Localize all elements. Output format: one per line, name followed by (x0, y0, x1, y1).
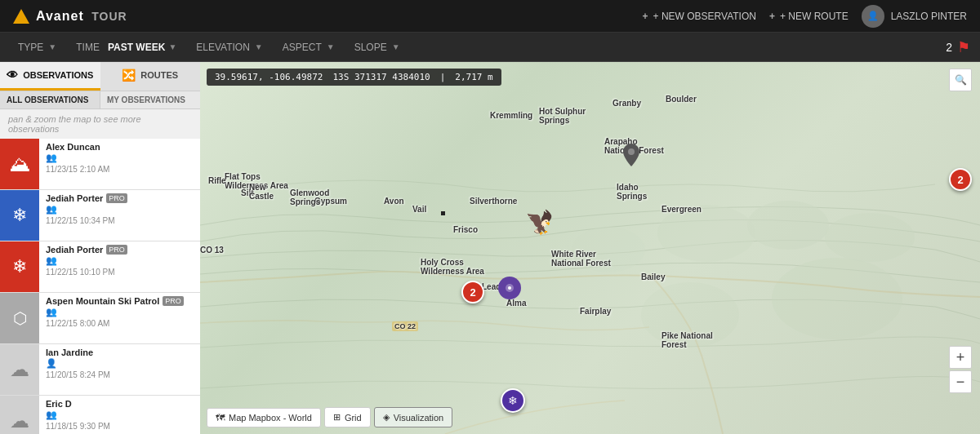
list-item[interactable]: ☁ Eric D 👥 11/18/15 9:30 PM (0, 396, 200, 434)
group-icon: 👥 (46, 410, 57, 420)
avatar: 👤 (862, 5, 884, 28)
zoom-out-button[interactable]: − (949, 370, 972, 393)
zoom-controls: + − (949, 346, 972, 393)
snowflake-marker-icon: ❄ (501, 388, 525, 413)
cloud-icon: ☁ (10, 410, 29, 432)
tab-observations[interactable]: 👁 OBSERVATIONS (0, 62, 100, 91)
aspect-filter-button[interactable]: ASPECT ▼ (274, 38, 343, 56)
eye-icon: 👁 (7, 69, 18, 82)
list-item[interactable]: ❄ Jediah Porter PRO 👥 11/22/15 10:10 PM (0, 241, 200, 293)
observations-list: ⛰ Alex Duncan 👥 11/23/15 2:10 AM ❄ (0, 139, 200, 434)
avalanche-icon: ⛰ (9, 152, 30, 177)
tab-my-observations[interactable]: MY OBSERVATIONS (100, 91, 200, 108)
logo-area: Avanet TOUR (0, 9, 163, 24)
chevron-down-icon: ▼ (255, 42, 263, 51)
search-icon: 🔍 (955, 74, 967, 86)
list-item[interactable]: ☁ Ian Jardine 👤 11/20/15 8:24 PM (0, 344, 200, 396)
map-grid-button[interactable]: ⊞ Grid (324, 407, 371, 427)
chevron-down-icon: ▼ (392, 42, 400, 51)
obs-type-icon: ⛰ (0, 139, 39, 189)
main-content: 👁 OBSERVATIONS 🔀 ROUTES ALL OBSERVATIONS… (0, 62, 980, 434)
marker-snowflake-aspen[interactable]: ❄ (501, 388, 525, 413)
plus-icon: + (643, 11, 648, 22)
obs-type-icon: ❄ (0, 190, 39, 241)
visualization-icon: ◈ (383, 412, 390, 423)
filter-toolbar: TYPE ▼ TIME PAST WEEK ▼ ELEVATION ▼ ASPE… (0, 33, 980, 62)
coordinates-bar: 39.59617, -106.49872 13S 371317 4384010 … (207, 69, 501, 86)
slope-filter-button[interactable]: SLOPE ▼ (346, 38, 408, 56)
sub-tabs: ALL OBSERVATIONS MY OBSERVATIONS (0, 91, 200, 109)
app-subtitle: TOUR (91, 10, 127, 23)
list-item[interactable]: ⛰ Alex Duncan 👥 11/23/15 2:10 AM (0, 139, 200, 190)
new-observation-button[interactable]: + + NEW OBSERVATION (643, 11, 756, 22)
chevron-down-icon: ▼ (327, 42, 335, 51)
flag-count: 2 (946, 41, 952, 54)
sidebar-tabs: 👁 OBSERVATIONS 🔀 ROUTES (0, 62, 200, 91)
snowpit-icon: ⬡ (13, 308, 27, 328)
new-route-button[interactable]: + + NEW ROUTE (769, 11, 849, 22)
obs-type-icon: ☁ (0, 396, 39, 434)
marker-purple-pin[interactable] (498, 277, 521, 299)
tab-all-observations[interactable]: ALL OBSERVATIONS (0, 91, 100, 108)
utm-coords: 13S 371317 4384010 (332, 72, 430, 82)
snowflake-icon: ❄ (12, 205, 27, 226)
group-icon: 👥 (46, 153, 57, 163)
sidebar: 👁 OBSERVATIONS 🔀 ROUTES ALL OBSERVATIONS… (0, 62, 200, 434)
grey-pin-icon (623, 144, 639, 166)
chevron-down-icon: ▼ (168, 42, 176, 51)
flag-area: 2 ⚑ (946, 38, 970, 56)
svg-point-8 (508, 286, 511, 290)
obs-type-icon: ☁ (0, 344, 39, 395)
flag-icon: ⚑ (957, 38, 970, 56)
logo-triangle-icon (13, 9, 29, 24)
map-bottom-toolbar: 🗺 Map Mapbox - World ⊞ Grid ◈ Visualizat… (207, 407, 452, 427)
map-area[interactable]: 39.59617, -106.49872 13S 371317 4384010 … (200, 62, 980, 434)
snowflake-icon: ❄ (12, 256, 27, 277)
lat-lon: 39.59617, -106.49872 (215, 72, 323, 82)
elevation-value: 2,717 m (455, 72, 492, 82)
list-item[interactable]: ⬡ Aspen Mountain Ski Patrol PRO 👥 11/22/… (0, 293, 200, 344)
map-search-button[interactable]: 🔍 (949, 69, 972, 91)
obs-type-icon: ⬡ (0, 293, 39, 343)
obs-type-icon: ❄ (0, 241, 39, 292)
group-icon: 👥 (46, 255, 57, 266)
map-background (200, 62, 980, 434)
user-area: 👤 LASZLO PINTER (862, 5, 967, 28)
zoom-in-button[interactable]: + (949, 346, 972, 369)
type-filter-button[interactable]: TYPE ▼ (10, 38, 65, 56)
list-item[interactable]: ❄ Jediah Porter PRO 👥 11/22/15 10:34 PM (0, 190, 200, 241)
bird-icon: 🦅 (525, 209, 554, 236)
cloud-icon: ☁ (10, 358, 29, 381)
group-icon: 👥 (46, 204, 57, 215)
plus-icon: + (769, 11, 775, 22)
marker-grey-pin[interactable] (623, 144, 639, 169)
marker-cluster-right[interactable]: 2 (949, 168, 972, 191)
tab-routes[interactable]: 🔀 ROUTES (100, 62, 201, 91)
group-icon: 👥 (46, 307, 57, 317)
time-filter-button[interactable]: TIME PAST WEEK ▼ (68, 38, 185, 56)
map-visualization-button[interactable]: ◈ Visualization (374, 407, 453, 427)
purple-pin-icon (498, 277, 521, 299)
routes-icon: 🔀 (122, 69, 136, 82)
map-icon: 🗺 (216, 413, 225, 423)
map-basemap-button[interactable]: 🗺 Map Mapbox - World (207, 408, 321, 427)
grid-icon: ⊞ (333, 412, 341, 423)
app-header: Avanet TOUR + + NEW OBSERVATION + + NEW … (0, 0, 980, 33)
marker-bird[interactable]: 🦅 (525, 209, 554, 236)
marker-cluster-holy-cross[interactable]: 2 (461, 281, 484, 303)
pan-hint: pan & zoom the map to see more observati… (0, 109, 200, 139)
app-name: Avanet TOUR (36, 9, 127, 24)
cluster-count-right: 2 (949, 168, 972, 191)
elevation-display: | (440, 72, 446, 82)
cluster-count: 2 (461, 281, 484, 303)
chevron-down-icon: ▼ (48, 42, 56, 51)
user-name: LASZLO PINTER (891, 11, 967, 22)
header-actions: + + NEW OBSERVATION + + NEW ROUTE 👤 LASZ… (643, 5, 980, 28)
user-icon: 👤 (867, 11, 879, 21)
map-dot-1 (441, 211, 445, 215)
elevation-filter-button[interactable]: ELEVATION ▼ (188, 38, 270, 56)
user-icon: 👤 (46, 358, 57, 369)
svg-point-6 (628, 148, 635, 155)
